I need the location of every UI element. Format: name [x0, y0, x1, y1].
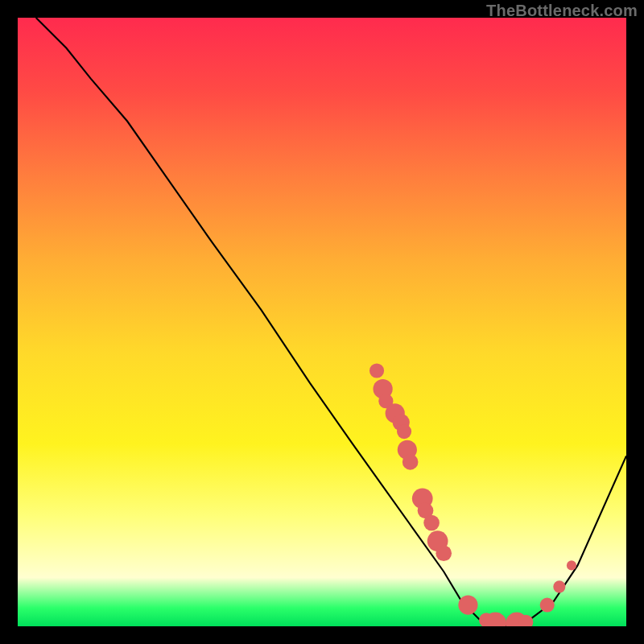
gradient-plot-area: [18, 18, 626, 626]
data-marker: [458, 595, 477, 614]
data-markers: [369, 363, 576, 626]
watermark-text: TheBottleneck.com: [486, 2, 638, 20]
data-marker: [423, 515, 440, 531]
data-marker: [402, 454, 419, 470]
bottleneck-curve: [36, 18, 626, 626]
data-marker: [540, 597, 555, 612]
data-marker: [553, 580, 565, 592]
data-marker: [567, 560, 576, 570]
chart-svg: [18, 18, 626, 626]
data-marker: [369, 363, 384, 378]
data-marker: [397, 424, 411, 439]
data-marker: [436, 545, 452, 561]
